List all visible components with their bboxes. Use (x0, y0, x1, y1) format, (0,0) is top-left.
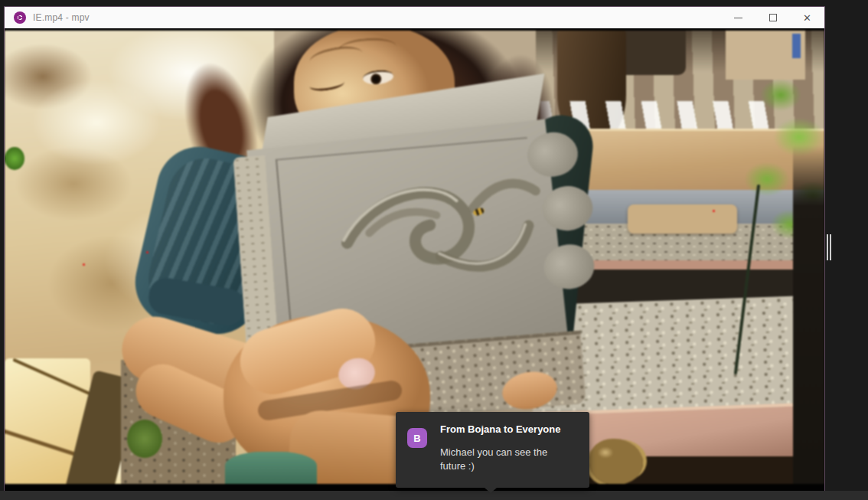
rope-coil (589, 439, 643, 484)
desktop-background: IE.mp4 - mpv ✕ (0, 0, 868, 500)
window-title: IE.mp4 - mpv (33, 12, 90, 23)
red-artifact-dot (146, 251, 148, 253)
grass-tuft (127, 420, 162, 458)
handle-bar-icon (827, 234, 828, 260)
minimize-button[interactable] (721, 7, 755, 28)
teal-clothing (225, 452, 317, 484)
chat-notification[interactable]: B From Bojana to Everyone Michael you ca… (396, 412, 589, 488)
bottom-taskbar-strip (0, 491, 868, 500)
close-button[interactable]: ✕ (790, 7, 824, 28)
maximize-icon (769, 14, 777, 21)
foliage-sprig (5, 147, 24, 170)
window-titlebar[interactable]: IE.mp4 - mpv ✕ (5, 7, 824, 28)
shaded-corner (793, 145, 824, 484)
chat-notification-message: Michael you can see the future :) (440, 446, 564, 473)
panel-resize-handle[interactable] (827, 234, 833, 260)
blue-object (792, 34, 801, 58)
sender-avatar: B (407, 428, 427, 448)
handle-bar-icon (830, 234, 831, 260)
mpv-logo-icon (14, 11, 26, 24)
window-controls: ✕ (721, 7, 824, 28)
chat-notification-title: From Bojana to Everyone (440, 423, 560, 435)
maximize-button[interactable] (755, 7, 790, 28)
inset-stone-slab (628, 204, 737, 234)
close-icon: ✕ (803, 13, 811, 23)
red-artifact-dot (713, 210, 715, 212)
minimize-icon (734, 18, 742, 18)
red-artifact-dot (83, 263, 85, 266)
